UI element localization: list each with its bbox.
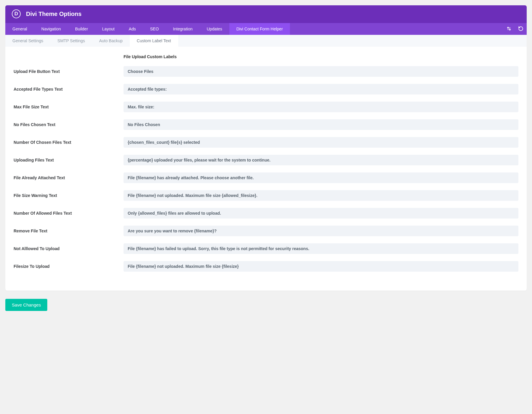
field-label: Number Of Allowed Files Text [14,211,124,216]
main-tab-navigation[interactable]: Navigation [34,23,68,35]
field-input[interactable] [124,84,518,94]
section-title: File Upload Custom Labels [124,54,518,59]
field-row: Accepted File Types Text [14,84,518,94]
tab-label: Updates [207,27,222,31]
field-input[interactable] [124,208,518,219]
field-label: Not Alllowed To Upload [14,246,124,251]
field-input[interactable] [124,66,518,77]
main-tab-builder[interactable]: Builder [68,23,95,35]
main-tab-integration[interactable]: Integration [166,23,200,35]
field-label: File Size Warning Text [14,193,124,198]
logo-letter: D [14,11,18,17]
main-nav: GeneralNavigationBuilderLayoutAdsSEOInte… [5,23,527,35]
page-title: Divi Theme Options [26,11,82,17]
save-bar: Save Changes [5,299,527,311]
field-row: Remove File Text [14,226,518,236]
sub-tab-general-settings[interactable]: General Settings [5,35,50,47]
subtab-label: SMTP Settings [57,38,85,43]
field-label: Max File Size Text [14,105,124,109]
field-input[interactable] [124,155,518,165]
field-row: Filesize To Upload [14,261,518,272]
undo-icon [518,26,523,32]
field-label: Number Of Chosen Files Text [14,140,124,145]
nav-spacer [290,23,503,35]
field-row: No Files Chosen Text [14,119,518,130]
field-input[interactable] [124,102,518,112]
field-row: Max File Size Text [14,102,518,112]
field-label: Upload File Button Text [14,69,124,74]
titlebar: D Divi Theme Options [5,5,527,23]
fields-container: Upload File Button TextAccepted File Typ… [14,66,518,272]
field-input[interactable] [124,119,518,130]
field-row: Number Of Chosen Files Text [14,137,518,148]
divi-logo-icon: D [12,9,21,18]
field-input[interactable] [124,190,518,201]
field-row: Uploading Files Text [14,155,518,165]
content-area: File Upload Custom Labels Upload File Bu… [5,47,527,291]
field-row: Not Alllowed To Upload [14,243,518,254]
field-label: Uploading Files Text [14,158,124,162]
tab-label: Ads [129,27,136,31]
field-input[interactable] [124,243,518,254]
field-row: File Size Warning Text [14,190,518,201]
subtab-label: General Settings [12,38,43,43]
sub-nav: General SettingsSMTP SettingsAuto Backup… [5,35,527,47]
tab-label: Builder [75,27,88,31]
main-tab-updates[interactable]: Updates [200,23,229,35]
tab-label: SEO [150,27,159,31]
field-input[interactable] [124,226,518,236]
field-input[interactable] [124,261,518,272]
field-input[interactable] [124,137,518,148]
field-label: Filesize To Upload [14,264,124,269]
tab-label: Divi Contact Form Helper [236,27,283,31]
main-tab-layout[interactable]: Layout [95,23,122,35]
field-label: Remove File Text [14,229,124,233]
tab-label: Layout [102,27,115,31]
up-down-arrows-icon [506,26,512,32]
field-row: Number Of Allowed Files Text [14,208,518,219]
main-tab-seo[interactable]: SEO [143,23,166,35]
main-tab-ads[interactable]: Ads [122,23,143,35]
main-tab-divi-contact-form-helper[interactable]: Divi Contact Form Helper [229,23,290,35]
tab-label: Integration [173,27,192,31]
tab-label: General [12,27,27,31]
main-tab-general[interactable]: General [5,23,34,35]
save-changes-button[interactable]: Save Changes [5,299,47,311]
field-label: No Files Chosen Text [14,122,124,127]
reset-button[interactable] [515,23,527,35]
field-label: File Already Attached Text [14,175,124,180]
sub-tab-auto-backup[interactable]: Auto Backup [92,35,129,47]
options-panel: D Divi Theme Options GeneralNavigationBu… [5,5,527,291]
field-label: Accepted File Types Text [14,87,124,92]
subtab-label: Custom Label Text [137,38,171,43]
field-row: Upload File Button Text [14,66,518,77]
sort-button[interactable] [503,23,515,35]
field-input[interactable] [124,172,518,183]
sub-tab-smtp-settings[interactable]: SMTP Settings [50,35,92,47]
field-row: File Already Attached Text [14,172,518,183]
sub-tab-custom-label-text[interactable]: Custom Label Text [130,35,178,47]
tab-label: Navigation [41,27,61,31]
subtab-label: Auto Backup [99,38,122,43]
